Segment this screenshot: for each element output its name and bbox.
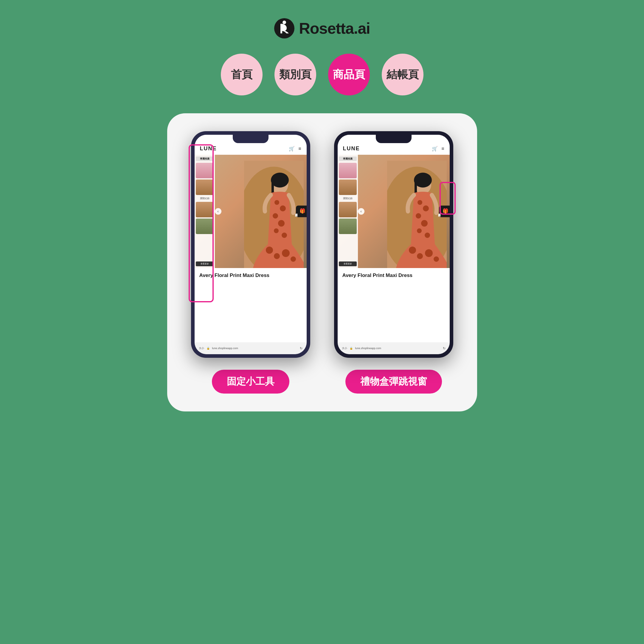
recommend-label-right: 專屬推薦 [339,156,357,161]
thumb-3-left [196,202,214,217]
product-title-right: Avery Floral Print Maxi Dress [342,272,445,279]
header: Rosetta.ai [274,18,370,39]
gift-icon-right: 🎁 [443,208,449,214]
svg-point-22 [418,200,422,205]
phone-icons-left: 🛒 ≡ [289,146,301,151]
phone-left: LUNE 🛒 ≡ 專屬推薦 瀏覽紀錄 [191,131,310,358]
phone-left-screen: LUNE 🛒 ≡ 專屬推薦 瀏覽紀錄 [195,135,307,354]
store-name-right: LUNE [343,145,360,152]
side-panel-right: 專屬推薦 瀏覽紀錄 查看更多 [338,155,358,268]
phone-right-screen: LUNE 🛒 ≡ 專屬推薦 瀏覽紀錄 [338,135,450,354]
svg-point-1 [283,21,286,24]
thumb-2-right [339,179,357,195]
thumb-1-right [339,163,357,178]
product-image-right: 專屬推薦 瀏覽紀錄 查看更多 ‹ [338,155,450,268]
gift-text-right: 精選優惠 [437,211,441,212]
browser-url-right: lune.shoplineapp.com [355,347,440,350]
nav-arrow-left[interactable]: ‹ [215,208,221,215]
cart-icon-left[interactable]: 🛒 [289,146,295,151]
svg-point-24 [416,213,421,218]
svg-point-23 [423,205,429,211]
svg-point-30 [425,249,433,257]
tab-product[interactable]: 商品頁 [328,54,370,95]
thumb-2-left [196,179,214,195]
browse-label-right: 瀏覽紀錄 [339,196,357,201]
thumb-1-left [196,163,214,178]
phone-right: LUNE 🛒 ≡ 專屬推薦 瀏覽紀錄 [334,131,453,358]
svg-point-26 [417,228,422,233]
phone-notch-right [376,135,412,143]
svg-point-10 [278,220,285,226]
refresh-icon-left[interactable]: ↻ [300,347,302,350]
menu-icon-right[interactable]: ≡ [441,146,444,151]
left-phone-wrapper: LUNE 🛒 ≡ 專屬推薦 瀏覽紀錄 [191,131,310,394]
lock-icon-right: 🔒 [350,347,353,350]
svg-point-27 [425,232,430,238]
gift-icon-left: 🎁 [300,208,305,214]
dress-person-right [387,161,447,268]
dress-person-left [244,161,304,268]
gift-text-left: 精選優惠 [294,211,298,212]
gift-widget-right[interactable]: 🎁 精選優惠 [439,206,450,217]
see-more-right[interactable]: 查看更多 [339,261,357,266]
side-panel-left: 專屬推薦 瀏覽紀錄 查看更多 [195,155,215,268]
thumb-3-right [339,202,357,217]
svg-point-12 [282,232,287,238]
svg-point-13 [266,246,273,254]
thumb-4-left [196,218,214,234]
svg-point-16 [291,256,296,262]
main-content: LUNE 🛒 ≡ 專屬推薦 瀏覽紀錄 [167,113,477,412]
svg-point-25 [421,220,428,226]
browser-size-left: 大小 [199,347,204,350]
right-phone-wrapper: LUNE 🛒 ≡ 專屬推薦 瀏覽紀錄 [334,131,453,394]
caption-left: 固定小工具 [212,370,289,394]
svg-point-29 [417,253,423,259]
browser-bar-left: 大小 🔒 lune.shoplineapp.com ↻ [195,342,307,354]
svg-point-7 [274,200,279,205]
phone-icons-right: 🛒 ≡ [432,146,444,151]
svg-point-15 [282,249,290,257]
see-more-left[interactable]: 查看更多 [196,261,214,266]
svg-point-31 [434,256,439,262]
caption-right: 禮物盒彈跳視窗 [345,370,442,394]
browser-url-left: lune.shoplineapp.com [212,347,297,350]
brand-name: Rosetta.ai [299,19,370,37]
menu-icon-left[interactable]: ≡ [298,146,301,151]
rosetta-logo-icon [274,18,295,39]
svg-point-28 [409,246,416,254]
product-info-right: Avery Floral Print Maxi Dress [338,268,450,283]
cart-icon-right[interactable]: 🛒 [432,146,438,151]
browse-label-left: 瀏覽紀錄 [196,196,214,201]
browser-size-right: 大小 [342,347,347,350]
nav-arrow-right[interactable]: ‹ [358,208,364,215]
nav-tabs: 首頁 類別頁 商品頁 結帳頁 [221,54,423,95]
product-image-left: 專屬推薦 瀏覽紀錄 查看更多 ‹ [195,155,307,268]
svg-point-9 [273,213,278,218]
refresh-icon-right[interactable]: ↻ [443,347,446,350]
gift-widget-left[interactable]: 🎁 精選優惠 [296,206,307,217]
tab-home[interactable]: 首頁 [221,54,263,95]
tab-category[interactable]: 類別頁 [274,54,316,95]
recommend-label-left: 專屬推薦 [196,156,214,161]
phone-notch-left [233,135,269,143]
product-title-left: Avery Floral Print Maxi Dress [199,272,302,279]
thumb-4-right [339,218,357,234]
svg-point-8 [280,205,286,211]
product-info-left: Avery Floral Print Maxi Dress [195,268,307,283]
svg-point-11 [274,228,279,233]
lock-icon-left: 🔒 [207,347,210,350]
svg-point-14 [274,253,280,259]
tab-checkout[interactable]: 結帳頁 [382,54,423,95]
browser-bar-right: 大小 🔒 lune.shoplineapp.com ↻ [338,342,450,354]
store-name-left: LUNE [200,145,217,152]
